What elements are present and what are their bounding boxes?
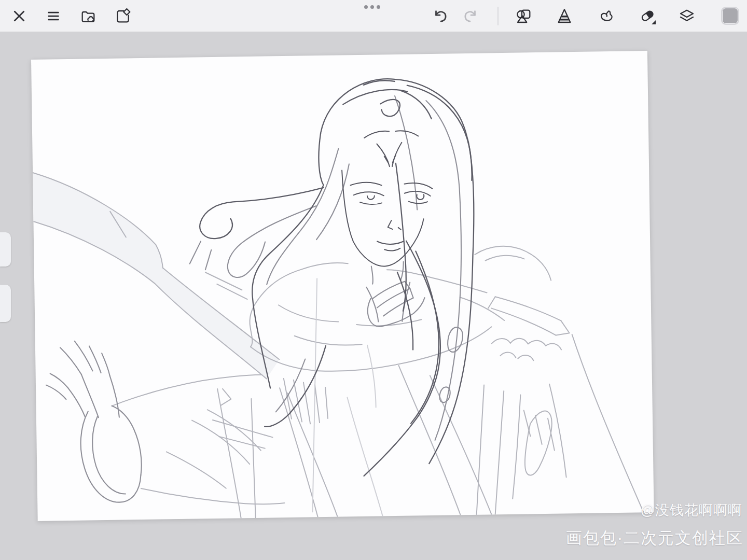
drag-handle-dots[interactable] [364,5,380,9]
import-button[interactable] [112,5,134,27]
shapes-tool-icon [516,8,532,24]
drawing-canvas[interactable] [31,51,654,521]
layers-button[interactable] [675,5,698,27]
redo-button[interactable] [460,5,482,27]
redo-icon [463,8,479,24]
layers-icon [679,8,695,24]
smudge-tool-icon [598,8,614,24]
sidebar-handle-top[interactable] [0,232,11,267]
eraser-options-badge [652,20,656,24]
gallery-button[interactable] [77,5,100,27]
undo-button[interactable] [428,5,451,27]
toolbar-divider [497,7,499,25]
menu-button[interactable] [42,5,65,27]
close-button[interactable] [8,5,31,27]
smudge-tool-button[interactable] [594,5,617,27]
sidebar-handle-bottom[interactable] [0,285,11,322]
watermark-username: @没钱花啊啊啊 [641,501,742,520]
brush-cone-icon [556,8,573,24]
eraser-tool-button[interactable] [636,5,659,27]
import-icon [115,8,131,24]
gallery-folder-icon [80,8,96,24]
line-art-sketch [31,51,654,521]
brush-tool-button[interactable] [553,5,576,27]
toolbar [0,0,747,32]
color-swatch[interactable] [721,7,739,25]
menu-icon [46,8,61,24]
shapes-tool-button[interactable] [513,5,535,27]
watermark-community: 画包包·二次元文创社区 [566,527,743,549]
undo-icon [432,8,448,24]
close-icon [11,8,27,24]
